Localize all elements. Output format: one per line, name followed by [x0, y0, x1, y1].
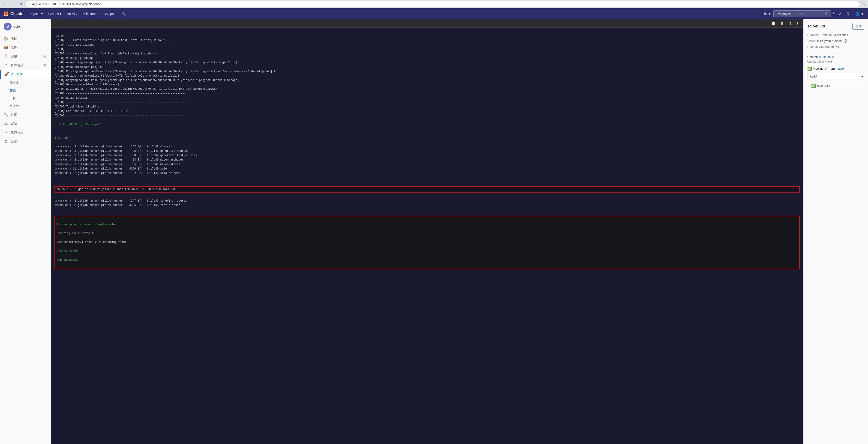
log-content-2: drwxrwxr-x 8 gitlab-runner gitlab-runner… [51, 193, 803, 214]
sidebar-item-repository-label: 仓库 [11, 45, 17, 50]
log-file-list: drwxrwxr-x 3 gitlab-runner gitlab-runner… [55, 145, 197, 175]
log-sudo-line: $ sudo cp -ap solo.war /deploy/solo/ [57, 223, 117, 226]
retry-button[interactable]: 重试 [852, 23, 864, 30]
nav-projects-chevron: ▾ [41, 12, 43, 16]
search-wrapper: This project 🔍 [773, 10, 829, 17]
sidebar-sub-job[interactable]: 作业 [0, 87, 51, 94]
nav-groups[interactable]: Groups ▾ [45, 8, 64, 20]
job-log: 📋 🗑 ⬆ ⬇ [INFO] [INFO] --- maven-surefire… [51, 20, 803, 444]
sidebar-user[interactable]: S solo [0, 20, 51, 34]
snippets-icon: ✂ [4, 130, 8, 135]
log-job-succeeded: Job succeeded [57, 258, 79, 261]
sidebar-item-snippets[interactable]: ✂ 代码片段 [0, 128, 51, 137]
job-success-icon: ✅ [811, 84, 816, 88]
sidebar-item-cicd-label: CI / CD [11, 72, 22, 76]
sidebar-item-cicd[interactable]: 🚀 CI / CD [0, 70, 51, 78]
log-cache-creating: Creating cache default... [57, 232, 98, 235]
sidebar-item-mergerequests[interactable]: ⑂ 合并请求 0 [0, 61, 51, 70]
runner-label: Runner: [807, 45, 818, 49]
sidebar-sub-schedule[interactable]: 日程 [0, 94, 51, 102]
content-area: 📋 🗑 ⬆ ⬇ [INFO] [INFO] --- maven-surefire… [51, 20, 868, 444]
user-avatar: S [4, 23, 11, 30]
log-copy-button[interactable]: 📋 [770, 21, 777, 26]
search-icon[interactable]: 🔍 [825, 12, 829, 16]
job-node-label: solo-build [817, 84, 830, 87]
username-label: solo [14, 25, 20, 28]
refresh-button[interactable]: ↻ [18, 1, 23, 7]
gitlab-logo[interactable]: 🦊 GitLab [3, 11, 22, 17]
nav-milestones[interactable]: Milestones [80, 8, 101, 20]
schedule-sub-label: 日程 [10, 96, 16, 100]
sidebar-item-operations[interactable]: 🔧 运维 [0, 110, 51, 119]
wrench-icon: 🔧 [122, 12, 126, 16]
nav-snippets[interactable]: Snippets [101, 8, 119, 20]
todo-icon[interactable]: ☑ [845, 8, 852, 20]
commit-hash-link[interactable]: 831f48fe [819, 55, 831, 59]
operations-icon: 🔧 [4, 112, 8, 117]
sidebar: S solo 🏠 项目 📦 仓库 ❗ 议题 0 ⑂ 合并请求 0 🚀 CI / … [0, 20, 51, 444]
log-delete-button[interactable]: 🗑 [779, 21, 785, 26]
duration-label: Duration: [807, 33, 819, 37]
sidebar-item-operations-label: 运维 [11, 113, 17, 117]
duration-value-text: 1 minute 54 seconds [820, 33, 848, 37]
copy-commit-icon[interactable]: ⧉ [832, 55, 834, 59]
bookmark-star-icon[interactable]: ☆ [862, 2, 866, 7]
nav-groups-label: Groups [48, 12, 59, 16]
sidebar-item-project[interactable]: 🏠 项目 [0, 34, 51, 43]
log-boxed-section: $ sudo cp -ap solo.war /deploy/solo/ Cre… [57, 218, 797, 267]
sidebar-item-settings-label: 设置 [11, 139, 17, 144]
log-cd-line: $ cd $CI_PROJECT_DIR/target/ [55, 123, 101, 126]
sidebar-sub-charts[interactable]: 统计图 [0, 102, 51, 110]
pipeline-text-label: Pipeline [813, 67, 824, 70]
settings-icon: ⚙ [4, 139, 8, 144]
from-text: from [829, 67, 835, 70]
nav-wrench[interactable]: 🔧 [119, 8, 129, 20]
log-scroll-top-button[interactable]: ⬆ [787, 21, 793, 26]
nav-projects[interactable]: Projects ▾ [26, 8, 46, 20]
back-button[interactable]: ← [2, 2, 8, 7]
nav-milestones-label: Milestones [83, 12, 98, 16]
timeout-row: Timeout: 1h (from project) ❓ [807, 39, 864, 43]
lock-icon: ⚠ [28, 3, 31, 6]
merge-sidebar-icon: ⑂ [4, 63, 8, 67]
this-project-button[interactable]: This project [773, 10, 794, 17]
issues-icon[interactable]: ✓ [837, 8, 844, 20]
job-sub-label: 作业 [10, 89, 16, 92]
job-node-row: ➜ ✅ solo-build [807, 84, 864, 88]
issues-badge: 0 [43, 55, 47, 58]
nav-activity[interactable]: Activity [64, 8, 80, 20]
sidebar-item-project-label: 项目 [11, 36, 17, 41]
pipeline-number-link[interactable]: #7 [825, 67, 828, 70]
merge-badge: 0 [43, 64, 47, 67]
branch-name-link[interactable]: master [836, 67, 845, 70]
repository-icon: 📦 [4, 45, 8, 50]
log-file-list2: drwxrwxr-x 8 gitlab-runner gitlab-runner… [55, 199, 187, 207]
sidebar-item-settings[interactable]: ⚙ 设置 [0, 137, 51, 146]
sidebar-item-repository[interactable]: 📦 仓库 [0, 43, 51, 52]
log-toolbar: 📋 🗑 ⬆ ⬇ [51, 20, 803, 28]
nav-projects-label: Projects [29, 12, 40, 16]
gitlab-fox-icon: 🦊 [3, 11, 9, 17]
pipeline-row: ✅ Pipeline #7 from master [807, 66, 864, 71]
wiki-icon: 📖 [4, 121, 8, 126]
duration-row: Duration: 1 minute 54 seconds [807, 33, 864, 37]
plus-button[interactable]: ⊕ ▾ [762, 8, 772, 20]
log-content: [INFO] [INFO] --- maven-surefire-plugin:… [51, 28, 803, 186]
gitlab-wordmark: GitLab [10, 12, 22, 16]
job-name-label: solo-build [807, 24, 825, 28]
sidebar-item-issues[interactable]: ❗ 议题 0 [0, 52, 51, 61]
stage-select[interactable]: build [807, 73, 864, 80]
log-scroll-bottom-button[interactable]: ⬇ [795, 21, 801, 26]
user-avatar-nav[interactable]: 👤 ▾ [853, 8, 865, 20]
log-ls-line: $ ls -1d * [55, 136, 71, 139]
sidebar-item-wiki[interactable]: 📖 Wiki [0, 119, 51, 128]
merge-requests-icon[interactable]: ⑂ [830, 8, 836, 20]
forward-button[interactable]: → [10, 2, 16, 7]
url-bar[interactable]: ⚠ 不安全 172.17.100.11/TL-flyfish/solo-proj… [25, 1, 860, 7]
sidebar-sub-pipeline[interactable]: 流水线 [0, 78, 51, 87]
right-panel: solo-build 重试 Duration: 1 minute 54 seco… [803, 20, 868, 444]
log-created-cache: Created cache [57, 250, 79, 253]
pipeline-sub-label: 流水线 [10, 81, 19, 84]
nav-snippets-label: Snippets [104, 12, 116, 16]
commit-label: Commit [807, 55, 818, 59]
